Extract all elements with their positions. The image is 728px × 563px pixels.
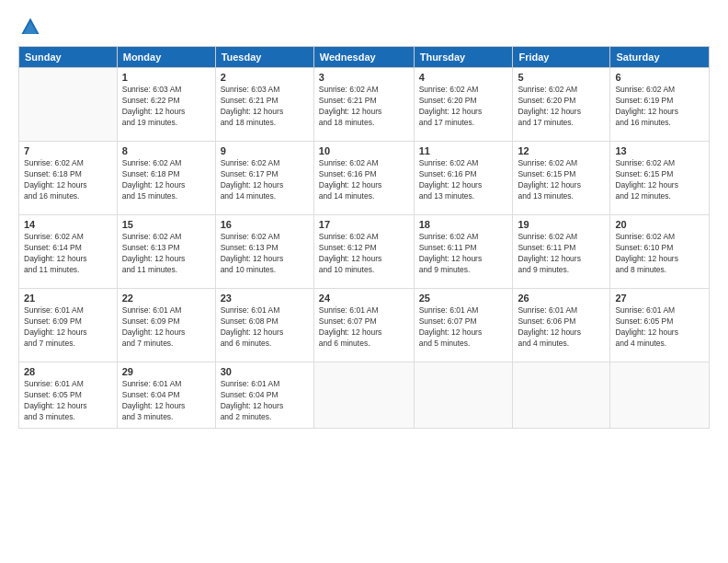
calendar-cell: 29Sunrise: 6:01 AM Sunset: 6:04 PM Dayli… (117, 362, 215, 429)
calendar-cell: 22Sunrise: 6:01 AM Sunset: 6:09 PM Dayli… (117, 289, 215, 362)
calendar-cell: 3Sunrise: 6:02 AM Sunset: 6:21 PM Daylig… (313, 68, 414, 142)
day-number: 19 (518, 219, 605, 230)
calendar-cell: 12Sunrise: 6:02 AM Sunset: 6:15 PM Dayli… (513, 142, 610, 215)
day-number: 12 (518, 145, 605, 156)
day-info: Sunrise: 6:02 AM Sunset: 6:18 PM Dayligh… (122, 158, 210, 202)
calendar-header-thursday: Thursday (414, 47, 513, 68)
day-number: 3 (319, 72, 409, 83)
calendar-cell: 24Sunrise: 6:01 AM Sunset: 6:07 PM Dayli… (313, 289, 414, 362)
day-info: Sunrise: 6:02 AM Sunset: 6:15 PM Dayligh… (518, 158, 605, 202)
header (18, 17, 710, 37)
calendar-cell: 19Sunrise: 6:02 AM Sunset: 6:11 PM Dayli… (513, 215, 610, 289)
calendar-header-saturday: Saturday (610, 47, 710, 68)
calendar-week-3: 14Sunrise: 6:02 AM Sunset: 6:14 PM Dayli… (19, 215, 710, 289)
logo (18, 17, 40, 37)
day-number: 1 (122, 72, 210, 83)
day-info: Sunrise: 6:01 AM Sunset: 6:05 PM Dayligh… (615, 305, 704, 350)
calendar-week-2: 7Sunrise: 6:02 AM Sunset: 6:18 PM Daylig… (19, 142, 710, 215)
calendar-cell: 4Sunrise: 6:02 AM Sunset: 6:20 PM Daylig… (414, 68, 513, 142)
day-info: Sunrise: 6:02 AM Sunset: 6:11 PM Dayligh… (518, 232, 605, 276)
day-number: 16 (221, 219, 309, 230)
day-number: 10 (319, 145, 409, 156)
day-number: 26 (518, 293, 605, 304)
day-number: 28 (24, 366, 112, 377)
day-info: Sunrise: 6:02 AM Sunset: 6:18 PM Dayligh… (24, 158, 112, 202)
day-info: Sunrise: 6:02 AM Sunset: 6:13 PM Dayligh… (221, 232, 309, 276)
day-info: Sunrise: 6:02 AM Sunset: 6:15 PM Dayligh… (615, 158, 704, 202)
day-number: 22 (122, 293, 210, 304)
calendar-week-1: 1Sunrise: 6:03 AM Sunset: 6:22 PM Daylig… (19, 68, 710, 142)
logo-icon (20, 17, 40, 37)
calendar-cell (414, 362, 513, 429)
day-info: Sunrise: 6:03 AM Sunset: 6:22 PM Dayligh… (122, 85, 210, 129)
calendar-cell (513, 362, 610, 429)
day-number: 8 (122, 145, 210, 156)
calendar-cell: 18Sunrise: 6:02 AM Sunset: 6:11 PM Dayli… (414, 215, 513, 289)
day-number: 30 (221, 366, 309, 377)
day-number: 9 (221, 145, 309, 156)
calendar-cell: 28Sunrise: 6:01 AM Sunset: 6:05 PM Dayli… (19, 362, 118, 429)
calendar-cell: 1Sunrise: 6:03 AM Sunset: 6:22 PM Daylig… (117, 68, 215, 142)
day-info: Sunrise: 6:02 AM Sunset: 6:11 PM Dayligh… (419, 232, 508, 276)
calendar-cell (313, 362, 414, 429)
day-info: Sunrise: 6:01 AM Sunset: 6:04 PM Dayligh… (221, 379, 309, 423)
day-info: Sunrise: 6:03 AM Sunset: 6:21 PM Dayligh… (221, 85, 309, 129)
calendar-cell: 30Sunrise: 6:01 AM Sunset: 6:04 PM Dayli… (215, 362, 313, 429)
calendar-cell: 23Sunrise: 6:01 AM Sunset: 6:08 PM Dayli… (215, 289, 313, 362)
calendar-cell: 15Sunrise: 6:02 AM Sunset: 6:13 PM Dayli… (117, 215, 215, 289)
day-info: Sunrise: 6:01 AM Sunset: 6:05 PM Dayligh… (24, 379, 112, 423)
calendar-cell: 21Sunrise: 6:01 AM Sunset: 6:09 PM Dayli… (19, 289, 118, 362)
calendar-cell: 2Sunrise: 6:03 AM Sunset: 6:21 PM Daylig… (215, 68, 313, 142)
day-info: Sunrise: 6:02 AM Sunset: 6:13 PM Dayligh… (122, 232, 210, 276)
calendar-cell: 25Sunrise: 6:01 AM Sunset: 6:07 PM Dayli… (414, 289, 513, 362)
day-info: Sunrise: 6:02 AM Sunset: 6:20 PM Dayligh… (419, 85, 508, 129)
day-info: Sunrise: 6:02 AM Sunset: 6:12 PM Dayligh… (319, 232, 409, 276)
day-info: Sunrise: 6:02 AM Sunset: 6:17 PM Dayligh… (221, 158, 309, 202)
day-number: 18 (419, 219, 508, 230)
day-number: 29 (122, 366, 210, 377)
day-number: 7 (24, 145, 112, 156)
calendar-cell: 11Sunrise: 6:02 AM Sunset: 6:16 PM Dayli… (414, 142, 513, 215)
day-info: Sunrise: 6:01 AM Sunset: 6:04 PM Dayligh… (122, 379, 210, 423)
calendar-cell: 6Sunrise: 6:02 AM Sunset: 6:19 PM Daylig… (610, 68, 710, 142)
day-info: Sunrise: 6:01 AM Sunset: 6:07 PM Dayligh… (319, 305, 409, 350)
day-number: 11 (419, 145, 508, 156)
calendar-cell: 16Sunrise: 6:02 AM Sunset: 6:13 PM Dayli… (215, 215, 313, 289)
day-number: 25 (419, 293, 508, 304)
day-info: Sunrise: 6:01 AM Sunset: 6:09 PM Dayligh… (24, 305, 112, 350)
day-info: Sunrise: 6:02 AM Sunset: 6:14 PM Dayligh… (24, 232, 112, 276)
day-info: Sunrise: 6:01 AM Sunset: 6:07 PM Dayligh… (419, 305, 508, 350)
calendar-week-4: 21Sunrise: 6:01 AM Sunset: 6:09 PM Dayli… (19, 289, 710, 362)
calendar-cell (610, 362, 710, 429)
calendar-header-sunday: Sunday (19, 47, 118, 68)
day-number: 14 (24, 219, 112, 230)
day-number: 4 (419, 72, 508, 83)
calendar-cell: 14Sunrise: 6:02 AM Sunset: 6:14 PM Dayli… (19, 215, 118, 289)
calendar-cell: 10Sunrise: 6:02 AM Sunset: 6:16 PM Dayli… (313, 142, 414, 215)
page: SundayMondayTuesdayWednesdayThursdayFrid… (0, 0, 728, 563)
day-info: Sunrise: 6:02 AM Sunset: 6:20 PM Dayligh… (518, 85, 605, 129)
calendar-cell: 27Sunrise: 6:01 AM Sunset: 6:05 PM Dayli… (610, 289, 710, 362)
day-number: 15 (122, 219, 210, 230)
day-info: Sunrise: 6:02 AM Sunset: 6:21 PM Dayligh… (319, 85, 409, 129)
day-number: 13 (615, 145, 704, 156)
day-number: 24 (319, 293, 409, 304)
day-number: 2 (221, 72, 309, 83)
calendar-cell: 7Sunrise: 6:02 AM Sunset: 6:18 PM Daylig… (19, 142, 118, 215)
calendar-header-tuesday: Tuesday (215, 47, 313, 68)
day-number: 20 (615, 219, 704, 230)
day-number: 21 (24, 293, 112, 304)
day-number: 5 (518, 72, 605, 83)
day-info: Sunrise: 6:02 AM Sunset: 6:16 PM Dayligh… (419, 158, 508, 202)
calendar-cell: 8Sunrise: 6:02 AM Sunset: 6:18 PM Daylig… (117, 142, 215, 215)
calendar-header-monday: Monday (117, 47, 215, 68)
calendar-header-wednesday: Wednesday (313, 47, 414, 68)
day-info: Sunrise: 6:02 AM Sunset: 6:19 PM Dayligh… (615, 85, 704, 129)
day-info: Sunrise: 6:02 AM Sunset: 6:16 PM Dayligh… (319, 158, 409, 202)
calendar-cell: 5Sunrise: 6:02 AM Sunset: 6:20 PM Daylig… (513, 68, 610, 142)
day-number: 23 (221, 293, 309, 304)
day-number: 17 (319, 219, 409, 230)
calendar-cell: 20Sunrise: 6:02 AM Sunset: 6:10 PM Dayli… (610, 215, 710, 289)
calendar-cell: 9Sunrise: 6:02 AM Sunset: 6:17 PM Daylig… (215, 142, 313, 215)
day-info: Sunrise: 6:02 AM Sunset: 6:10 PM Dayligh… (615, 232, 704, 276)
